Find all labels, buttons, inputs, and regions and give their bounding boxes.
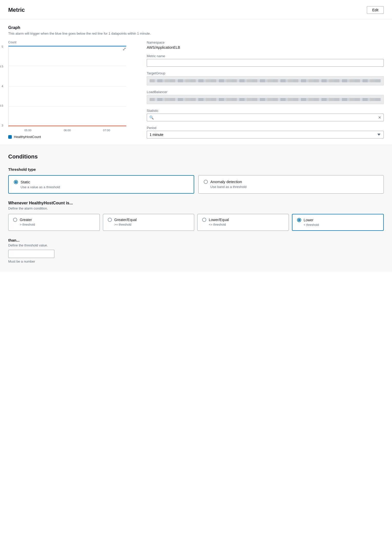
- graph-label: Graph: [8, 25, 384, 30]
- x-label-0600: 06:00: [64, 129, 71, 132]
- x-label-0500: 05:00: [24, 129, 32, 132]
- page-title: Metric: [8, 7, 25, 13]
- condition-greater-sub: > threshold: [13, 223, 95, 226]
- period-select[interactable]: 1 minute 10 seconds 30 seconds 5 minutes…: [147, 131, 384, 138]
- namespace-value: AWS/ApplicationELB: [147, 45, 384, 49]
- period-label: Period: [147, 126, 384, 130]
- metric-header: Metric Edit: [0, 0, 392, 19]
- period-field: Period 1 minute 10 seconds 30 seconds 5 …: [147, 126, 384, 138]
- y-label-5: 5: [0, 45, 3, 48]
- metric-form: Namespace AWS/ApplicationELB Metric name…: [147, 41, 384, 139]
- statistic-input[interactable]: Minimum: [147, 114, 384, 121]
- load-balancer-field: LoadBalancer: [147, 90, 384, 104]
- condition-greater-equal-header: Greater/Equal: [108, 218, 190, 222]
- radio-static: [14, 180, 18, 184]
- condition-option-greater[interactable]: Greater > threshold: [8, 214, 100, 231]
- y-label-3-5: 3.5: [0, 104, 3, 107]
- condition-greater-label: Greater: [20, 218, 32, 222]
- statistic-label: Statistic: [147, 109, 384, 113]
- metric-name-field: Metric name HealthyHostCount: [147, 54, 384, 67]
- must-be-number: Must be a number: [8, 260, 384, 263]
- graph-description: This alarm will trigger when the blue li…: [8, 32, 384, 35]
- condition-greater-equal-label: Greater/Equal: [114, 218, 137, 222]
- x-label-0700: 07:00: [103, 129, 110, 132]
- threshold-anomaly-desc: Use band as a threshold: [204, 185, 378, 189]
- statistic-input-wrap: 🔍 Minimum ✕: [147, 114, 384, 121]
- conditions-section: Conditions Threshold type Static Use a v…: [0, 145, 392, 272]
- condition-option-lower[interactable]: Lower < threshold: [292, 214, 384, 231]
- whenever-desc: Define the alarm condition.: [8, 206, 384, 210]
- chart-svg: [8, 45, 126, 127]
- condition-greater-equal-sub: >= threshold: [108, 223, 190, 226]
- y-label-3: 3: [0, 124, 3, 127]
- threshold-option-static-header: Static: [14, 180, 189, 184]
- legend-dot: [8, 135, 12, 139]
- grid-line-100: [8, 127, 126, 127]
- chart-area: Count ⤢ 5 4.5 4 3.5 3: [8, 41, 136, 139]
- threshold-anomaly-label: Anomaly detection: [210, 180, 242, 184]
- graph-content: Count ⤢ 5 4.5 4 3.5 3: [8, 41, 384, 139]
- radio-lower: [297, 218, 301, 222]
- condition-lower-equal-header: Lower/Equal: [202, 218, 284, 222]
- target-group-blurred: [147, 76, 384, 85]
- whenever-label: Whenever HealthyHostCount is...: [8, 201, 384, 205]
- chart-legend: HealthyHostCount: [8, 135, 126, 139]
- condition-option-lower-equal[interactable]: Lower/Equal <= threshold: [197, 214, 289, 231]
- namespace-field: Namespace AWS/ApplicationELB: [147, 41, 384, 49]
- threshold-static-desc: Use a value as a threshold: [14, 185, 189, 189]
- target-group-field: TargetGroup: [147, 71, 384, 85]
- statistic-field: Statistic 🔍 Minimum ✕: [147, 109, 384, 121]
- y-axis-labels: 5 4.5 4 3.5 3: [0, 45, 3, 127]
- radio-anomaly: [204, 180, 208, 184]
- condition-option-greater-equal[interactable]: Greater/Equal >= threshold: [103, 214, 194, 231]
- namespace-label: Namespace: [147, 41, 384, 44]
- load-balancer-blurred: [147, 95, 384, 104]
- condition-lower-sub: < threshold: [297, 223, 379, 227]
- legend-label: HealthyHostCount: [14, 135, 41, 139]
- y-axis-label: Count: [8, 41, 136, 44]
- condition-lower-header: Lower: [297, 218, 379, 222]
- than-desc: Define the threshold value.: [8, 243, 384, 247]
- load-balancer-label: LoadBalancer: [147, 90, 384, 94]
- than-label: than...: [8, 238, 384, 242]
- radio-greater: [13, 218, 17, 222]
- condition-lower-label: Lower: [304, 218, 313, 222]
- y-label-4: 4: [0, 85, 3, 88]
- metric-name-label: Metric name: [147, 54, 384, 58]
- condition-greater-header: Greater: [13, 218, 95, 222]
- threshold-static-label: Static: [21, 180, 30, 184]
- condition-lower-equal-sub: <= threshold: [202, 223, 284, 226]
- target-group-label: TargetGroup: [147, 71, 384, 75]
- load-balancer-blurred-inner: [150, 98, 381, 101]
- y-label-4-5: 4.5: [0, 65, 3, 68]
- chart-container: 5 4.5 4 3.5 3: [8, 45, 126, 127]
- condition-options: Greater > threshold Greater/Equal >= thr…: [8, 214, 384, 231]
- threshold-option-static[interactable]: Static Use a value as a threshold: [8, 175, 194, 194]
- radio-lower-equal: [202, 218, 206, 222]
- threshold-option-anomaly-header: Anomaly detection: [204, 180, 378, 184]
- threshold-options: Static Use a value as a threshold Anomal…: [8, 175, 384, 194]
- graph-section: Graph This alarm will trigger when the b…: [0, 19, 392, 145]
- clear-icon[interactable]: ✕: [378, 115, 381, 120]
- radio-greater-equal: [108, 218, 112, 222]
- threshold-type-label: Threshold type: [8, 167, 384, 172]
- target-group-blurred-inner: [150, 79, 381, 82]
- condition-lower-equal-label: Lower/Equal: [209, 218, 229, 222]
- conditions-title: Conditions: [8, 153, 384, 160]
- search-icon: 🔍: [149, 115, 154, 120]
- edit-button[interactable]: Edit: [367, 6, 384, 14]
- x-axis-labels: 05:00 06:00 07:00: [8, 129, 126, 132]
- metric-name-input[interactable]: HealthyHostCount: [147, 59, 384, 67]
- threshold-value-input[interactable]: 3: [8, 250, 54, 258]
- threshold-option-anomaly[interactable]: Anomaly detection Use band as a threshol…: [198, 175, 384, 194]
